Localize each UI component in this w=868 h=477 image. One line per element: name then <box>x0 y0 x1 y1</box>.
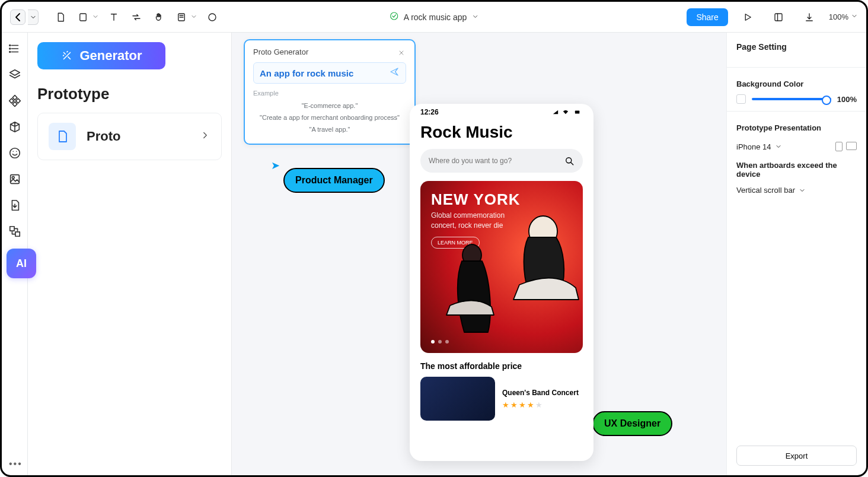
canvas-area[interactable]: Proto Generator Example "E-commerce app.… <box>232 33 726 475</box>
app-heading: Rock Music <box>410 120 593 149</box>
phone-artboard[interactable]: 12:26 Rock Music NEW YORK Global commemo… <box>410 104 593 461</box>
opacity-slider[interactable] <box>752 98 831 100</box>
panel-title: Proto Generator <box>253 47 308 56</box>
chevron-right-icon <box>200 130 210 143</box>
components-icon[interactable] <box>8 94 21 107</box>
download-icon[interactable] <box>803 11 816 24</box>
status-time: 12:26 <box>420 108 439 116</box>
prompt-input[interactable] <box>260 68 389 78</box>
svg-point-17 <box>12 176 14 179</box>
export-button[interactable]: Export <box>736 446 857 466</box>
bg-label: Background Color <box>736 80 857 88</box>
layout-icon[interactable] <box>772 11 785 24</box>
emoticon-icon[interactable] <box>8 147 21 160</box>
svg-marker-23 <box>553 110 558 115</box>
scroll-select[interactable]: Vertical scroll bar <box>736 186 857 195</box>
svg-marker-10 <box>9 70 20 75</box>
proto-name: Proto <box>87 129 189 144</box>
svg-rect-19 <box>15 232 19 236</box>
import-file-icon[interactable] <box>8 199 21 212</box>
notes-tool-icon[interactable] <box>175 11 188 24</box>
svg-rect-18 <box>9 227 14 231</box>
presentation-label: Prototype Presentation <box>736 123 857 132</box>
checkmark-icon <box>390 11 399 23</box>
section-heading: The most affordable price <box>410 353 593 371</box>
device-select[interactable]: iPhone 14 <box>736 142 782 151</box>
color-swatch[interactable] <box>736 94 746 104</box>
search-input[interactable] <box>429 157 558 165</box>
concert-name: Queen's Band Concert <box>502 389 583 397</box>
svg-line-26 <box>571 163 573 165</box>
layers-icon[interactable] <box>8 68 21 81</box>
exceed-label: When artboards exceed the device <box>736 161 857 179</box>
opacity-value: 100% <box>837 95 857 104</box>
zoom-dropdown-icon[interactable] <box>851 12 858 21</box>
image-icon[interactable] <box>8 173 21 186</box>
notes-dropdown[interactable] <box>190 12 196 23</box>
play-icon[interactable] <box>741 11 754 24</box>
cursor-icon: ➤ <box>271 159 280 172</box>
hero-card[interactable]: NEW YORK Global commemoration concert, r… <box>420 181 583 353</box>
right-panel: Page Setting Background Color 100% Proto… <box>726 33 866 475</box>
svg-rect-14 <box>15 98 20 103</box>
collaborator-pill-pm: Product Manager <box>283 168 385 193</box>
svg-rect-0 <box>80 14 87 21</box>
svg-rect-5 <box>775 14 782 21</box>
svg-rect-16 <box>10 175 19 184</box>
back-button[interactable] <box>10 9 25 25</box>
svg-rect-24 <box>575 111 580 114</box>
back-dropdown[interactable] <box>28 9 39 25</box>
proto-card[interactable]: Proto <box>37 113 222 160</box>
convert-icon[interactable] <box>8 225 21 238</box>
generator-button[interactable]: Generator <box>37 42 165 69</box>
project-title[interactable]: A rock music app <box>404 12 467 22</box>
rating-stars: ★★★★★ <box>502 400 583 409</box>
artboard-dropdown[interactable] <box>92 12 98 23</box>
more-icon[interactable]: ••• <box>9 459 23 469</box>
top-toolbar: A rock music app Share 100% <box>2 2 866 33</box>
file-icon <box>49 123 76 150</box>
svg-point-2 <box>209 14 216 21</box>
svg-point-15 <box>9 148 20 158</box>
prototype-heading: Prototype <box>37 85 222 103</box>
text-tool-icon[interactable] <box>107 11 120 24</box>
zoom-value[interactable]: 100% <box>829 12 848 21</box>
search-field[interactable] <box>420 149 583 173</box>
svg-point-7 <box>9 45 10 46</box>
left-panel: Generator Prototype Proto <box>28 33 232 475</box>
proto-generator-panel: Proto Generator Example "E-commerce app.… <box>244 39 416 145</box>
example-list: "E-commerce app." "Create a app for merc… <box>253 100 406 135</box>
svg-point-3 <box>391 12 398 20</box>
outline-icon[interactable] <box>8 42 21 55</box>
landscape-button[interactable] <box>846 142 857 150</box>
collaborator-pill-ux: UX Designer <box>592 411 672 436</box>
comment-tool-icon[interactable] <box>206 11 219 24</box>
close-icon[interactable] <box>398 48 406 56</box>
panel-heading: Page Setting <box>736 42 857 52</box>
svg-point-9 <box>9 52 10 53</box>
example-label: Example <box>253 90 406 97</box>
svg-rect-12 <box>12 102 17 107</box>
project-dropdown-icon[interactable] <box>471 12 478 22</box>
svg-point-8 <box>9 48 10 49</box>
svg-rect-11 <box>12 96 17 100</box>
concert-thumb <box>420 377 495 421</box>
status-icons <box>552 109 583 115</box>
svg-rect-13 <box>9 98 14 103</box>
hand-tool-icon[interactable] <box>152 11 165 24</box>
share-button[interactable]: Share <box>687 8 727 26</box>
list-item[interactable]: Queen's Band Concert ★★★★★ <box>420 377 583 421</box>
search-icon <box>564 155 575 166</box>
portrait-button[interactable] <box>835 142 843 151</box>
send-icon[interactable] <box>389 66 400 80</box>
page-icon[interactable] <box>54 11 67 24</box>
svg-marker-4 <box>745 14 751 20</box>
link-tool-icon[interactable] <box>130 11 143 24</box>
artboard-icon[interactable] <box>76 11 90 24</box>
package-icon[interactable] <box>8 120 21 133</box>
svg-point-25 <box>566 158 572 163</box>
